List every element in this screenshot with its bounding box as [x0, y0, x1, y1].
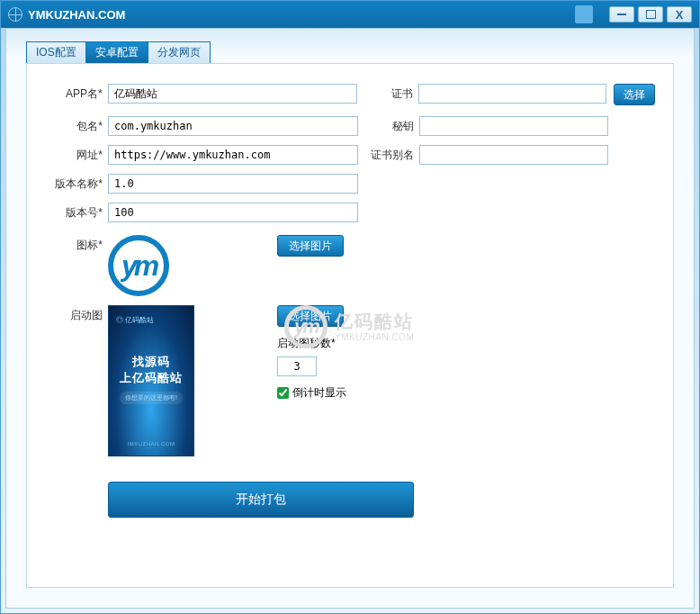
label-alias: 证书别名	[358, 145, 419, 165]
client-area: IOS配置 安卓配置 分发网页 ym 亿码酷站 YMKUZHAN.COM APP…	[5, 28, 695, 609]
label-versionname: 版本名称*	[45, 174, 108, 194]
select-splash-button[interactable]: 选择图片	[277, 305, 344, 327]
alias-input[interactable]	[419, 145, 608, 165]
label-url: 网址*	[45, 145, 108, 165]
title-text: YMKUZHAN.COM	[28, 8, 125, 22]
tab-ios[interactable]: IOS配置	[26, 41, 86, 64]
titlebar[interactable]: YMKUZHAN.COM X	[1, 1, 699, 28]
icon-preview: ym	[108, 235, 169, 296]
label-appname: APP名*	[45, 84, 108, 104]
package-input[interactable]	[108, 116, 358, 136]
label-versioncode: 版本号*	[45, 203, 108, 222]
tab-android[interactable]: 安卓配置	[85, 41, 148, 64]
label-splash-seconds: 启动图秒数*	[277, 336, 336, 351]
versioncode-input[interactable]	[108, 203, 358, 222]
app-window: YMKUZHAN.COM X IOS配置 安卓配置 分发网页 ym 亿码酷站 Y…	[0, 0, 700, 614]
splash-preview: ◎ 亿码酷站 找源码 上亿码酷站 你想要的这里都有! IMKUZHAN.COM	[108, 305, 194, 456]
appname-input[interactable]	[108, 84, 357, 104]
label-countdown: 倒计时显示	[292, 385, 346, 401]
label-cert: 证书	[357, 84, 418, 104]
config-panel: ym 亿码酷站 YMKUZHAN.COM APP名* 证书 选择 包名* 秘钥	[26, 63, 674, 588]
url-input[interactable]	[108, 145, 358, 165]
label-icon: 图标*	[45, 235, 108, 255]
countdown-checkbox[interactable]	[277, 387, 289, 399]
key-input[interactable]	[419, 116, 608, 136]
label-key: 秘钥	[358, 116, 419, 136]
versionname-input[interactable]	[108, 174, 358, 194]
maximize-button[interactable]	[638, 6, 663, 23]
countdown-checkbox-row[interactable]: 倒计时显示	[277, 385, 346, 401]
page-icon[interactable]	[575, 5, 593, 23]
start-build-button[interactable]: 开始打包	[108, 482, 414, 518]
tab-distribute[interactable]: 分发网页	[148, 41, 211, 64]
cert-input[interactable]	[418, 84, 606, 104]
minimize-button[interactable]	[609, 6, 634, 23]
close-button[interactable]: X	[667, 6, 692, 23]
tab-bar: IOS配置 安卓配置 分发网页	[6, 29, 694, 64]
splash-seconds-input[interactable]	[277, 357, 317, 376]
label-splash: 启动图	[45, 305, 108, 325]
label-package: 包名*	[45, 116, 108, 136]
select-icon-button[interactable]: 选择图片	[277, 235, 344, 257]
select-cert-button[interactable]: 选择	[614, 84, 655, 105]
app-icon	[8, 7, 22, 22]
